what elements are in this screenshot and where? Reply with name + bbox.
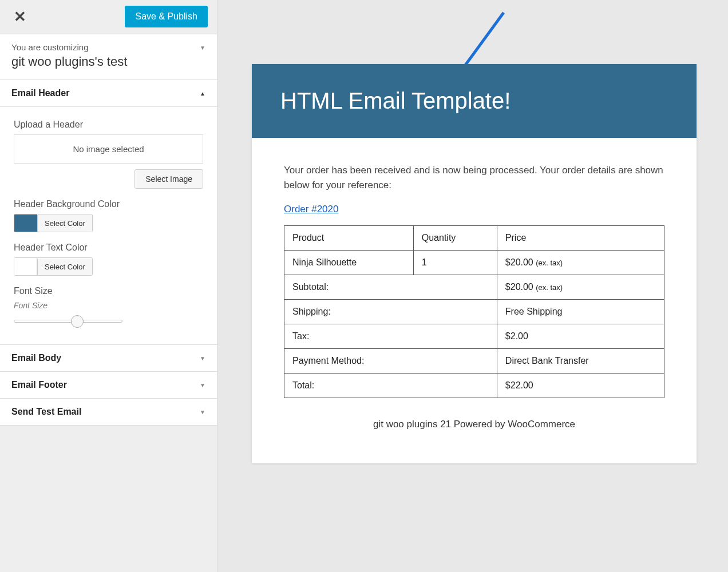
th-product: Product bbox=[284, 226, 414, 251]
chevron-down-icon: ▼ bbox=[200, 382, 205, 388]
email-preview-card: HTML Email Template! Your order has been… bbox=[252, 64, 697, 463]
no-image-box: No image selected bbox=[14, 134, 203, 164]
color-swatch-icon bbox=[14, 214, 37, 232]
close-icon[interactable]: ✕ bbox=[9, 6, 31, 28]
header-text-color-control[interactable]: Select Color bbox=[14, 257, 93, 276]
customizing-small-label: You are customizing bbox=[11, 42, 205, 52]
chevron-down-icon: ▼ bbox=[200, 45, 205, 51]
font-size-slider[interactable] bbox=[14, 316, 122, 327]
header-bg-color-control[interactable]: Select Color bbox=[14, 214, 93, 232]
section-email-footer[interactable]: Email Footer ▼ bbox=[0, 372, 217, 399]
save-publish-button[interactable]: Save & Publish bbox=[125, 6, 208, 27]
color-swatch-icon bbox=[14, 258, 37, 275]
item-price: $20.00 (ex. tax) bbox=[497, 251, 664, 275]
row-value: $22.00 bbox=[497, 374, 664, 398]
chevron-up-icon: ▲ bbox=[200, 90, 205, 97]
section-send-test[interactable]: Send Test Email ▼ bbox=[0, 399, 217, 426]
row-label: Shipping: bbox=[284, 300, 497, 324]
email-footer-text: git woo plugins 21 Powered by WooCommerc… bbox=[284, 398, 664, 446]
row-label: Total: bbox=[284, 374, 497, 398]
table-row: Subtotal: $20.00 (ex. tax) bbox=[284, 275, 664, 300]
section-email-body[interactable]: Email Body ▼ bbox=[0, 345, 217, 372]
table-row: Shipping: Free Shipping bbox=[284, 300, 664, 324]
slider-handle-icon[interactable] bbox=[71, 315, 84, 328]
row-value: $20.00 (ex. tax) bbox=[497, 275, 664, 300]
row-label: Tax: bbox=[284, 324, 497, 349]
select-bg-color-button[interactable]: Select Color bbox=[37, 215, 92, 232]
section-email-header-toggle[interactable]: Email Header ▲ bbox=[0, 80, 217, 107]
table-row: Total: $22.00 bbox=[284, 374, 664, 398]
row-label: Payment Method: bbox=[284, 349, 497, 374]
th-quantity: Quantity bbox=[413, 226, 497, 251]
section-email-header-label: Email Header bbox=[11, 88, 69, 98]
font-size-label: Font Size bbox=[14, 286, 203, 296]
section-send-test-label: Send Test Email bbox=[11, 407, 81, 416]
chevron-down-icon: ▼ bbox=[200, 409, 205, 415]
item-quantity: 1 bbox=[413, 251, 497, 275]
slider-track bbox=[14, 320, 122, 323]
row-label: Subtotal: bbox=[284, 275, 497, 300]
order-table: Product Quantity Price Ninja Silhouette … bbox=[284, 225, 664, 398]
order-intro-text: Your order has been received and is now … bbox=[284, 163, 664, 192]
chevron-down-icon: ▼ bbox=[200, 355, 205, 362]
select-image-button[interactable]: Select Image bbox=[134, 169, 203, 189]
section-email-footer-label: Email Footer bbox=[11, 380, 67, 390]
customizer-sidebar: ✕ Save & Publish You are customizing git… bbox=[0, 0, 217, 572]
row-value: Direct Bank Transfer bbox=[497, 349, 664, 374]
customizing-title: git woo plugins's test bbox=[11, 54, 205, 69]
row-value: $2.00 bbox=[497, 324, 664, 349]
header-text-label: Header Text Color bbox=[14, 243, 203, 253]
upload-header-label: Upload a Header bbox=[14, 120, 203, 130]
font-size-sub: Font Size bbox=[14, 301, 203, 310]
email-body: Your order has been received and is now … bbox=[252, 138, 697, 463]
preview-pane: HTML Email Template! Your order has been… bbox=[217, 0, 728, 572]
header-bg-label: Header Background Color bbox=[14, 199, 203, 209]
item-product: Ninja Silhouette bbox=[284, 251, 414, 275]
table-row: Tax: $2.00 bbox=[284, 324, 664, 349]
email-header: HTML Email Template! bbox=[252, 64, 697, 138]
th-price: Price bbox=[497, 226, 664, 251]
customizing-panel[interactable]: You are customizing git woo plugins's te… bbox=[0, 34, 217, 80]
top-row: ✕ Save & Publish bbox=[0, 0, 217, 28]
table-item-row: Ninja Silhouette 1 $20.00 (ex. tax) bbox=[284, 251, 664, 275]
section-email-body-label: Email Body bbox=[11, 353, 61, 363]
select-text-color-button[interactable]: Select Color bbox=[37, 259, 92, 275]
row-value: Free Shipping bbox=[497, 300, 664, 324]
section-email-header-body: Upload a Header No image selected Select… bbox=[0, 107, 217, 345]
table-header-row: Product Quantity Price bbox=[284, 226, 664, 251]
order-link[interactable]: Order #2020 bbox=[284, 204, 338, 215]
table-row: Payment Method: Direct Bank Transfer bbox=[284, 349, 664, 374]
